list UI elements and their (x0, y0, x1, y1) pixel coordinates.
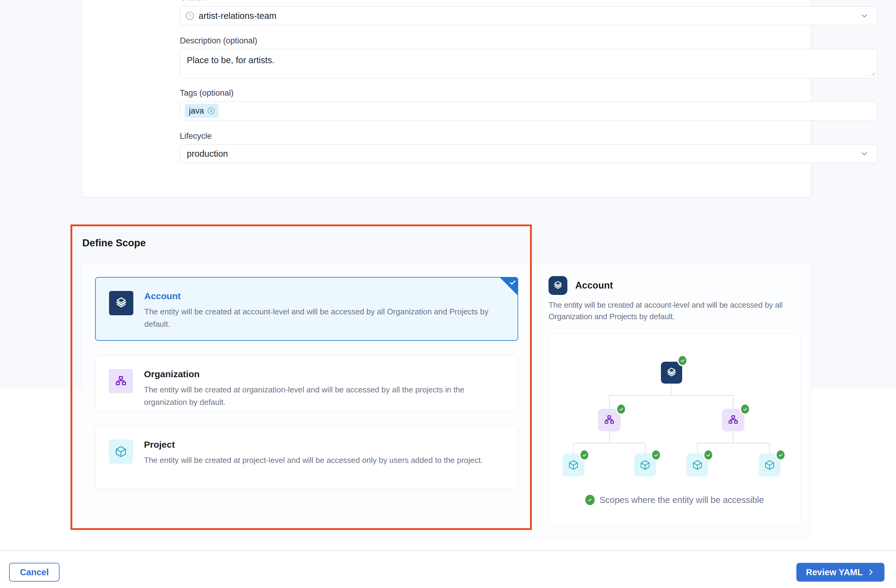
org-chart-icon (114, 375, 128, 388)
resize-handle-icon[interactable] (870, 71, 875, 76)
diagram-connector (645, 443, 645, 454)
project-option-title: Project (144, 439, 483, 450)
entity-details-card: Owner ? artist-relations-team Descriptio… (82, 0, 811, 197)
tag-chip-label: java (189, 106, 204, 116)
organization-option-description: The entity will be created at organizati… (144, 384, 509, 408)
description-value: Place to be, for artists. (187, 55, 274, 65)
define-scope-title: Define Scope (82, 237, 146, 249)
tags-input[interactable]: java (180, 101, 877, 120)
diagram-connector (609, 431, 610, 443)
check-badge (677, 355, 688, 366)
diagram-connector (770, 443, 770, 454)
check-icon (680, 358, 685, 363)
diagram-connector (697, 443, 698, 454)
check-icon (582, 452, 587, 458)
scope-option-organization[interactable]: Organization The entity will be created … (95, 355, 518, 412)
check-icon (619, 407, 624, 412)
account-option-title: Account (144, 291, 509, 301)
scope-option-account[interactable]: Account The entity will be created at ac… (95, 277, 518, 341)
check-icon (654, 452, 659, 458)
description-label: Description (optional) (180, 36, 257, 46)
scope-diagram-card: Scopes where the entity will be accessib… (549, 334, 801, 526)
check-badge (579, 449, 590, 461)
cube-icon (763, 459, 776, 471)
project-option-texts: Project The entity will be created at pr… (144, 439, 483, 466)
cube-icon (691, 459, 704, 471)
organization-option-texts: Organization The entity will be created … (144, 369, 509, 408)
chevron-down-icon[interactable] (860, 11, 869, 20)
owner-select[interactable]: ? artist-relations-team (180, 6, 877, 25)
diagram-connector (573, 443, 645, 443)
layers-icon (553, 280, 564, 291)
diagram-connector (733, 431, 733, 443)
remove-tag-icon[interactable] (207, 106, 216, 116)
svg-text:?: ? (188, 13, 191, 18)
description-textarea[interactable]: Place to be, for artists. (180, 49, 877, 78)
organization-tile (109, 369, 133, 393)
project-option-description: The entity will be created at project-le… (144, 454, 483, 466)
check-badge (651, 449, 661, 461)
account-tile (109, 291, 133, 315)
account-option-description: The entity will be created at account-le… (144, 306, 509, 331)
org-chart-icon (727, 414, 739, 426)
account-preview-tile (549, 276, 567, 295)
check-badge (740, 403, 750, 415)
lifecycle-value: production (187, 149, 228, 159)
check-icon (585, 495, 595, 505)
footer-divider (0, 550, 896, 551)
owner-value: artist-relations-team (199, 11, 276, 21)
account-option-texts: Account The entity will be created at ac… (144, 291, 509, 331)
check-badge (616, 403, 626, 415)
lifecycle-label: Lifecycle (180, 131, 212, 141)
diagram-connector (573, 443, 574, 454)
check-badge (776, 449, 786, 461)
check-icon (778, 452, 783, 458)
review-yaml-button[interactable]: Review YAML (796, 563, 884, 582)
layers-icon (114, 296, 128, 310)
organization-option-title: Organization (144, 369, 509, 379)
cube-icon (567, 459, 579, 471)
diagram-connector (609, 395, 733, 396)
check-icon (706, 452, 711, 458)
diagram-connector (609, 395, 610, 409)
lifecycle-select[interactable]: production (180, 144, 877, 163)
cancel-button[interactable]: Cancel (9, 563, 59, 582)
chevron-right-icon (867, 568, 875, 576)
org-chart-icon (603, 414, 616, 426)
preview-header: Account (549, 276, 613, 295)
cube-icon (114, 445, 128, 459)
diagram-connector (733, 395, 733, 409)
create-entity-page: Owner ? artist-relations-team Descriptio… (0, 0, 896, 588)
owner-label: Owner (180, 0, 204, 2)
cube-icon (639, 459, 651, 471)
check-icon (743, 407, 748, 412)
chevron-down-icon[interactable] (860, 149, 869, 158)
question-circle-icon: ? (185, 11, 195, 21)
tags-label: Tags (optional) (180, 88, 233, 98)
project-tile (109, 439, 133, 464)
check-badge (703, 449, 713, 461)
diagram-caption: Scopes where the entity will be accessib… (549, 495, 800, 505)
diagram-connector (671, 384, 672, 395)
tag-chip: java (185, 104, 219, 118)
preview-title: Account (575, 280, 613, 291)
check-icon (509, 279, 517, 286)
scope-option-project[interactable]: Project The entity will be created at pr… (95, 426, 518, 489)
preview-description: The entity will be created at account-le… (549, 299, 806, 322)
diagram-connector (697, 443, 770, 443)
review-yaml-label: Review YAML (806, 567, 863, 577)
diagram-caption-text: Scopes where the entity will be accessib… (600, 495, 764, 505)
layers-icon (666, 367, 678, 379)
